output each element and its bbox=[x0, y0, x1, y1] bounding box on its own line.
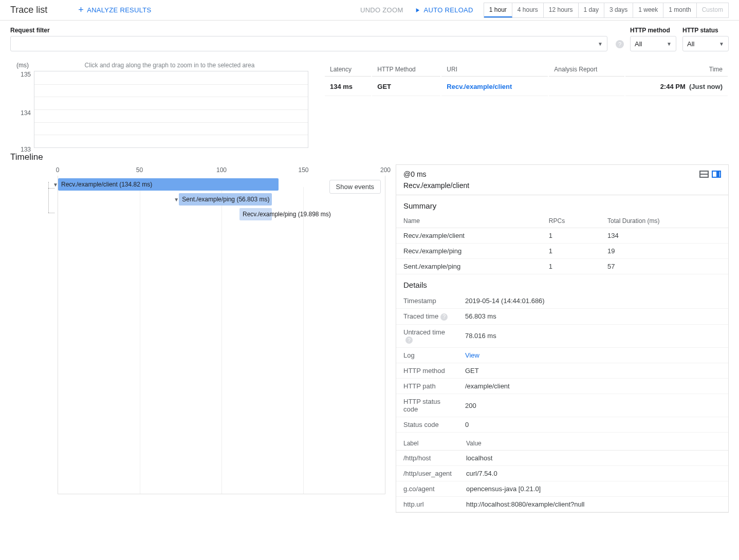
graph-ytick: 135 bbox=[10, 71, 31, 78]
labels-col-value: Value bbox=[459, 437, 728, 451]
span-label: Sent./example/ping (56.803 ms) bbox=[182, 196, 269, 203]
chevron-down-icon: ▼ bbox=[667, 41, 672, 47]
detail-value: /example/client bbox=[458, 379, 728, 394]
detail-value: 200 bbox=[458, 394, 728, 417]
layout-vertical-icon[interactable] bbox=[712, 171, 721, 178]
undo-zoom-button[interactable]: UNDO ZOOM bbox=[360, 6, 403, 14]
span-bar[interactable]: Recv./example/ping (19.898 ms) bbox=[239, 208, 272, 220]
span-detail-panel: @0 ms Recv./example/client Summary Name … bbox=[396, 164, 729, 513]
summary-col-total: Total Duration (ms) bbox=[600, 214, 728, 228]
show-events-button[interactable]: Show events bbox=[329, 180, 381, 194]
http-status-value: All bbox=[687, 40, 694, 48]
detail-key: HTTP method bbox=[396, 363, 458, 379]
help-icon[interactable]: ? bbox=[616, 40, 624, 48]
latency-graph[interactable]: (ms) Click and drag along the graph to z… bbox=[10, 62, 308, 148]
trace-analysis bbox=[549, 78, 624, 96]
graph-unit: (ms) bbox=[16, 62, 29, 69]
analyze-results-button[interactable]: + ANALYZE RESULTS bbox=[78, 6, 151, 14]
time-range-12hours[interactable]: 12 hours bbox=[544, 3, 579, 17]
detail-key: Traced time? bbox=[396, 309, 458, 325]
summary-col-name: Name bbox=[396, 214, 542, 228]
span-tree-line bbox=[48, 213, 54, 213]
time-range-1day[interactable]: 1 day bbox=[579, 3, 604, 17]
col-time[interactable]: Time bbox=[625, 63, 728, 77]
label-row: /http/hostlocalhost bbox=[396, 451, 728, 466]
time-range-1week[interactable]: 1 week bbox=[633, 3, 663, 17]
detail-key: Status code bbox=[396, 417, 458, 433]
col-analysis[interactable]: Analysis Report bbox=[549, 63, 624, 77]
info-icon[interactable]: ? bbox=[440, 313, 448, 321]
labels-col-label: Label bbox=[396, 437, 459, 451]
log-view-link[interactable]: View bbox=[458, 348, 728, 363]
http-method-value: All bbox=[635, 40, 642, 48]
span-bar[interactable]: ▼ Sent./example/ping (56.803 ms) bbox=[179, 193, 272, 206]
auto-reload-button[interactable]: AUTO RELOAD bbox=[414, 6, 473, 14]
http-status-label: HTTP status bbox=[682, 27, 729, 34]
span-time-offset: @0 ms bbox=[403, 170, 427, 178]
span-name: Recv./example/client bbox=[396, 181, 728, 195]
filter-row: Request filter ▼ ? HTTP method All ▼ HTT… bbox=[0, 21, 739, 57]
detail-value: 78.016 ms bbox=[458, 324, 728, 348]
summary-table: Name RPCs Total Duration (ms) Recv./exam… bbox=[396, 214, 728, 274]
timeline-tick: 50 bbox=[136, 166, 143, 174]
time-range-4hours[interactable]: 4 hours bbox=[512, 3, 544, 17]
header-bar: Trace list + ANALYZE RESULTS UNDO ZOOM A… bbox=[0, 0, 739, 21]
trace-latency: 134 ms bbox=[325, 78, 371, 96]
http-method-label: HTTP method bbox=[630, 27, 676, 34]
time-range-3days[interactable]: 3 days bbox=[604, 3, 633, 17]
timeline-title: Timeline bbox=[10, 152, 729, 162]
time-range-1hour[interactable]: 1 hour bbox=[484, 3, 512, 17]
graph-hint: Click and drag along the graph to zoom i… bbox=[10, 62, 308, 69]
timeline-tick: 100 bbox=[216, 166, 227, 174]
labels-table: Label Value /http/hostlocalhost /http/us… bbox=[396, 437, 728, 512]
timeline-chart: 0 50 100 150 200 Show events ▼ Recv./exa… bbox=[10, 164, 385, 513]
detail-key: HTTP status code bbox=[396, 394, 458, 417]
analyze-results-label: ANALYZE RESULTS bbox=[87, 6, 151, 14]
col-method[interactable]: HTTP Method bbox=[372, 63, 440, 77]
label-row: http.urlhttp://localhost:8080/example/cl… bbox=[396, 497, 728, 512]
detail-value: 56.803 ms bbox=[458, 309, 728, 325]
trace-method: GET bbox=[372, 78, 440, 96]
details-table: Timestamp2019-05-14 (14:44:01.686) Trace… bbox=[396, 293, 728, 433]
graph-ytick: 134 bbox=[10, 109, 31, 117]
label-row: g.co/agentopencensus-java [0.21.0] bbox=[396, 481, 728, 497]
details-title: Details bbox=[396, 274, 728, 293]
detail-key: Log bbox=[396, 348, 458, 363]
detail-key: HTTP path bbox=[396, 379, 458, 394]
chevron-down-icon[interactable]: ▼ bbox=[174, 197, 179, 202]
page-title: Trace list bbox=[10, 5, 47, 15]
chevron-down-icon: ▼ bbox=[719, 41, 724, 47]
request-filter-dropdown[interactable]: ▼ bbox=[10, 36, 607, 51]
span-label: Recv./example/client (134.82 ms) bbox=[61, 181, 152, 188]
chevron-down-icon[interactable]: ▼ bbox=[53, 182, 58, 188]
plus-icon: + bbox=[78, 7, 84, 13]
play-icon bbox=[414, 7, 421, 14]
col-uri[interactable]: URI bbox=[441, 63, 548, 77]
col-latency[interactable]: Latency bbox=[325, 63, 371, 77]
span-label: Recv./example/ping (19.898 ms) bbox=[243, 211, 331, 218]
detail-value: 2019-05-14 (14:44:01.686) bbox=[458, 293, 728, 309]
summary-row: Recv./example/client1134 bbox=[396, 228, 728, 244]
timeline-tick: 150 bbox=[298, 166, 308, 174]
summary-row: Sent./example/ping157 bbox=[396, 259, 728, 274]
trace-row[interactable]: 134 ms GET Recv./example/client 2:44 PM … bbox=[325, 78, 728, 96]
span-tree-line bbox=[48, 182, 49, 213]
chevron-down-icon: ▼ bbox=[598, 41, 603, 47]
layout-horizontal-icon[interactable] bbox=[699, 171, 709, 178]
trace-list-table: Latency HTTP Method URI Analysis Report … bbox=[324, 62, 729, 97]
span-bar[interactable]: ▼ Recv./example/client (134.82 ms) bbox=[58, 178, 279, 191]
http-method-dropdown[interactable]: All ▼ bbox=[630, 36, 676, 51]
span-tree-line bbox=[48, 188, 54, 189]
http-status-dropdown[interactable]: All ▼ bbox=[682, 36, 729, 51]
detail-key: Timestamp bbox=[396, 293, 458, 309]
request-filter-label: Request filter bbox=[10, 27, 607, 34]
time-range-custom[interactable]: Custom bbox=[697, 3, 728, 17]
time-range-1month[interactable]: 1 month bbox=[663, 3, 696, 17]
info-icon[interactable]: ? bbox=[405, 337, 413, 344]
timeline-tick: 0 bbox=[56, 166, 60, 174]
trace-time: 2:44 PM (Just now) bbox=[625, 78, 728, 96]
summary-row: Recv./example/ping119 bbox=[396, 244, 728, 259]
trace-uri[interactable]: Recv./example/client bbox=[441, 78, 548, 96]
detail-value: GET bbox=[458, 363, 728, 379]
time-range-selector: 1 hour 4 hours 12 hours 1 day 3 days 1 w… bbox=[484, 3, 729, 18]
